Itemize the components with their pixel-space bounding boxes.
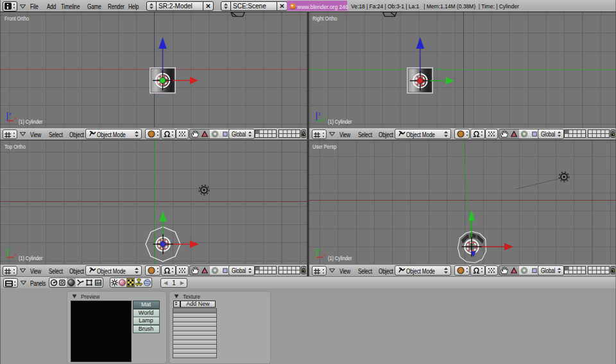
svg-text:y: y <box>9 247 12 252</box>
svg-text:z: z <box>318 112 321 116</box>
svg-text:x: x <box>15 116 17 120</box>
svg-text:y: y <box>318 247 321 252</box>
svg-text:z: z <box>9 112 12 116</box>
svg-text:y: y <box>324 116 327 121</box>
svg-text:x: x <box>15 252 17 257</box>
svg-text:x: x <box>324 252 327 257</box>
